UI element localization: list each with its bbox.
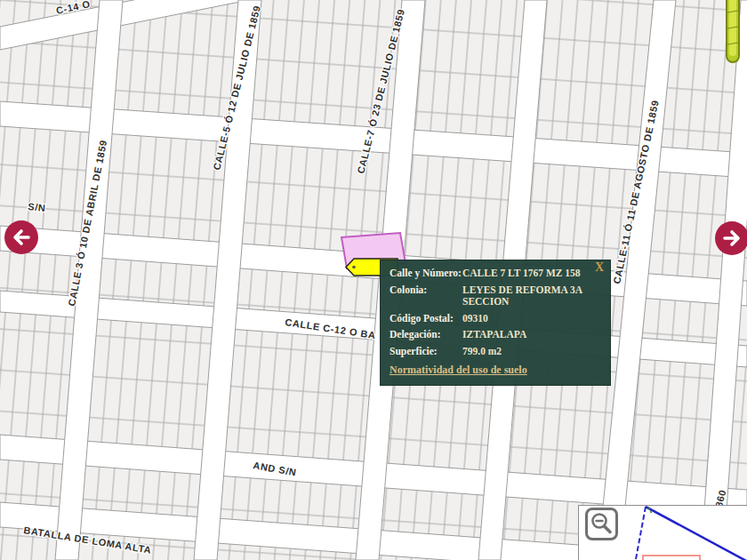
overview-map-inset[interactable] — [578, 505, 747, 560]
field-value: CALLE 7 LT 1767 MZ 158 — [462, 268, 601, 280]
field-row: Superficie: 799.0 m2 — [390, 346, 601, 358]
field-value: LEYES DE REFORMA 3A SECCION — [462, 284, 601, 308]
street-label-sn: S/N — [28, 201, 46, 213]
cadastral-map[interactable]: C-14 O S/N CALLE 3 Ó 10 DE ABRIL DE 1859… — [0, 0, 747, 560]
field-label: Colonia: — [390, 284, 462, 308]
close-icon[interactable]: X — [595, 261, 604, 274]
normatividad-link[interactable]: Normatividad del uso de suelo — [390, 364, 527, 377]
right-arrow-icon — [722, 228, 742, 248]
field-label: Delegación: — [390, 329, 462, 341]
field-row: Delegación: IZTAPALAPA — [390, 329, 601, 341]
field-label: Calle y Número: — [390, 268, 462, 280]
field-row: Código Postal: 09310 — [390, 313, 601, 325]
field-label: Superficie: — [390, 346, 462, 358]
field-row: Colonia: LEYES DE REFORMA 3A SECCION — [390, 284, 601, 308]
zoom-out-button[interactable] — [585, 508, 618, 540]
magnifier-minus-icon — [589, 511, 615, 538]
pan-left-button[interactable] — [4, 220, 38, 254]
field-row: Calle y Número: CALLE 7 LT 1767 MZ 158 — [390, 268, 601, 280]
field-value: 09310 — [462, 313, 601, 325]
field-value: IZTAPALAPA — [462, 329, 601, 341]
left-arrow-icon — [12, 228, 31, 247]
parcel-info-popup: X Calle y Número: CALLE 7 LT 1767 MZ 158… — [380, 260, 611, 386]
highlighted-street-segment — [727, 0, 739, 62]
extent-rectangle — [643, 556, 700, 560]
map-viewport[interactable]: C-14 O S/N CALLE 3 Ó 10 DE ABRIL DE 1859… — [0, 0, 747, 560]
field-value: 799.0 m2 — [462, 346, 601, 358]
field-label: Código Postal: — [390, 313, 462, 325]
pan-right-button[interactable] — [715, 221, 747, 255]
